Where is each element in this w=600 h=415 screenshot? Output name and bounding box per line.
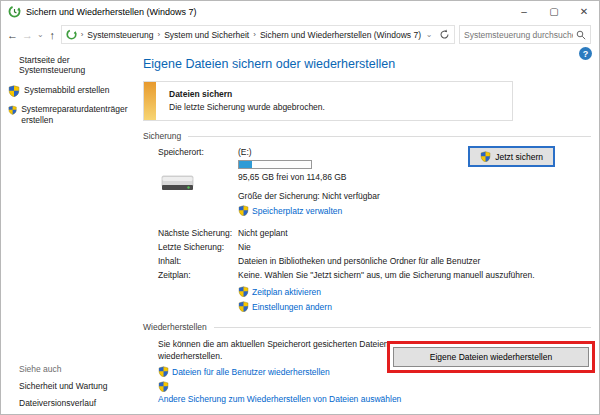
restore-section-title: Wiederherstellen	[143, 322, 207, 332]
annotation-highlight-box: Eigene Dateien wiederherstellen	[387, 341, 595, 373]
detail-value: Nie	[238, 240, 251, 254]
drive-usage-fill	[239, 161, 252, 168]
divider	[214, 327, 591, 328]
sidebar-item-control-panel-home[interactable]: Startseite der Systemsteuerung	[1, 55, 133, 75]
backup-section-header: Sicherung	[143, 131, 591, 141]
detail-row-contents: Inhalt: Dateien in Bibliotheken und pers…	[158, 254, 591, 268]
sidebar-item-label: Systemabbild erstellen	[24, 85, 110, 97]
sidebar: Startseite der Systemsteuerung Systemabb…	[1, 47, 133, 415]
select-other-backup-link-label: Andere Sicherung zum Wiederherstellen vo…	[158, 394, 591, 404]
breadcrumb-system-und-sicherheit[interactable]: System und Sicherheit	[164, 30, 249, 40]
location-label: Speicherort:	[158, 147, 238, 157]
uac-shield-icon	[238, 301, 249, 312]
address-dropdown-icon[interactable]: ⌄	[424, 30, 434, 39]
backup-notice: Dateien sichern Die letzte Sicherung wur…	[143, 81, 513, 121]
uac-shield-icon	[480, 151, 491, 162]
back-icon[interactable]: ←	[7, 29, 18, 41]
help-icon[interactable]: ?	[579, 47, 592, 60]
see-also-header: Siehe auch	[19, 364, 133, 374]
see-also-section: Siehe auch Sicherheit und Wartung Dateiv…	[1, 364, 133, 415]
backup-size-text: Größe der Sicherung: Nicht verfügbar	[238, 191, 380, 201]
recent-pages-chevron-icon[interactable]: ⌄	[37, 30, 44, 39]
uac-shield-icon	[238, 205, 249, 216]
manage-space-link-label: Speicherplatz verwalten	[252, 206, 342, 216]
refresh-icon[interactable]	[439, 29, 450, 40]
drive-name: (E:)	[238, 147, 380, 157]
detail-value: Dateien in Bibliotheken und persönliche …	[238, 254, 480, 268]
app-icon	[8, 5, 21, 18]
enable-schedule-link[interactable]: Zeitplan aktivieren	[238, 286, 591, 297]
backup-now-button-label: Jetzt sichern	[495, 152, 543, 162]
change-settings-link-label: Einstellungen ändern	[252, 302, 332, 312]
uac-shield-icon	[158, 366, 169, 377]
free-space-text: 95,65 GB frei von 114,86 GB	[238, 172, 380, 182]
sidebar-item-file-history[interactable]: Dateiversionsverlauf	[19, 398, 133, 408]
navigation-bar: ← → ⌄ ↑ › Systemsteuerung › System und S…	[1, 22, 599, 47]
minimize-button[interactable]: –	[509, 1, 539, 22]
breadcrumb-separator: ›	[252, 30, 257, 39]
sidebar-item-create-repair-disc[interactable]: Systemreparaturdatenträger erstellen	[1, 104, 133, 126]
uac-shield-icon	[158, 381, 169, 392]
detail-value: Keine. Wählen Sie "Jetzt sichern" aus, u…	[238, 268, 535, 282]
enable-schedule-link-label: Zeitplan aktivieren	[252, 287, 321, 297]
drive-usage-bar	[238, 160, 312, 169]
sidebar-item-create-system-image[interactable]: Systemabbild erstellen	[1, 85, 133, 97]
manage-space-link[interactable]: Speicherplatz verwalten	[238, 205, 380, 216]
up-icon[interactable]: ↑	[48, 29, 57, 41]
search-input[interactable]	[464, 30, 573, 40]
search-icon[interactable]	[576, 30, 586, 40]
title-bar: Sichern und Wiederherstellen (Windows 7)…	[1, 1, 599, 22]
uac-shield-icon	[8, 85, 20, 97]
address-location-icon	[66, 29, 77, 40]
divider	[188, 136, 591, 137]
breadcrumb-separator: ›	[80, 30, 85, 39]
restore-description: Sie können die am aktuellen Speicherort …	[158, 338, 403, 362]
backup-section-title: Sicherung	[143, 131, 181, 141]
breadcrumb-sichern-und-wiederherstellen[interactable]: Sichern und Wiederherstellen (Windows 7)	[260, 30, 421, 40]
detail-row-last-backup: Letzte Sicherung: Nie	[158, 240, 591, 254]
detail-label: Nächste Sicherung:	[158, 226, 238, 240]
notice-text: Die letzte Sicherung wurde abgebrochen.	[169, 102, 325, 112]
uac-shield-icon	[8, 104, 17, 116]
notice-title: Dateien sichern	[169, 89, 325, 99]
notice-status-bar	[144, 82, 156, 120]
breadcrumb-separator: ›	[157, 30, 162, 39]
change-settings-link[interactable]: Einstellungen ändern	[238, 301, 591, 312]
sidebar-item-label: Systemreparaturdatenträger erstellen	[21, 104, 129, 126]
detail-row-schedule: Zeitplan: Keine. Wählen Sie "Jetzt siche…	[158, 268, 591, 282]
sidebar-item-security-maintenance[interactable]: Sicherheit und Wartung	[19, 381, 133, 391]
select-other-backup-link[interactable]: Andere Sicherung zum Wiederherstellen vo…	[158, 381, 591, 404]
backup-restore-window: Sichern und Wiederherstellen (Windows 7)…	[0, 0, 600, 415]
page-title: Eigene Dateien sichern oder wiederherste…	[143, 57, 591, 71]
address-bar[interactable]: › Systemsteuerung › System und Sicherhei…	[61, 25, 455, 44]
detail-label: Zeitplan:	[158, 268, 238, 282]
detail-label: Inhalt:	[158, 254, 238, 268]
restore-my-files-button[interactable]: Eigene Dateien wiederherstellen	[393, 347, 589, 367]
forward-icon[interactable]: →	[22, 29, 33, 41]
breadcrumb-systemsteuerung[interactable]: Systemsteuerung	[87, 30, 153, 40]
search-box	[459, 25, 591, 44]
window-title: Sichern und Wiederherstellen (Windows 7)	[26, 7, 197, 17]
restore-section-header: Wiederherstellen	[143, 322, 591, 332]
detail-label: Letzte Sicherung:	[158, 240, 238, 254]
uac-shield-icon	[238, 286, 249, 297]
detail-value: Nicht geplant	[238, 226, 288, 240]
main-content: ? Eigene Dateien sichern oder wiederhers…	[133, 47, 599, 415]
close-button[interactable]: ✕	[569, 1, 599, 22]
hard-drive-icon	[160, 171, 196, 195]
detail-row-next-backup: Nächste Sicherung: Nicht geplant	[158, 226, 591, 240]
backup-now-button[interactable]: Jetzt sichern	[469, 147, 554, 166]
maximize-button[interactable]: ▢	[539, 1, 569, 22]
restore-all-users-link-label: Dateien für alle Benutzer wiederherstell…	[172, 367, 330, 377]
